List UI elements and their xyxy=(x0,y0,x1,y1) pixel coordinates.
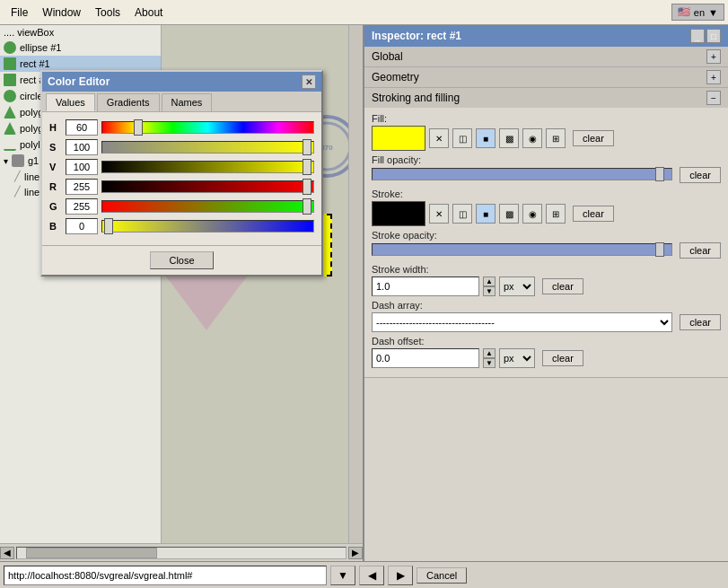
tab-gradients[interactable]: Gradients xyxy=(97,93,160,111)
stroke-width-clear-btn[interactable]: clear xyxy=(542,278,583,294)
stroke-none-btn[interactable]: ✕ xyxy=(429,204,449,224)
stroke-width-up-btn[interactable]: ▲ xyxy=(483,276,496,286)
s-value[interactable]: 100 xyxy=(66,139,98,155)
cancel-btn[interactable]: Cancel xyxy=(417,567,467,584)
b-value[interactable]: 0 xyxy=(66,218,98,234)
stroke-linear-btn[interactable]: ◫ xyxy=(452,204,472,224)
tree-label: g1 xyxy=(28,155,39,166)
g-label: G xyxy=(49,201,62,212)
fill-opacity-clear-btn[interactable]: clear xyxy=(680,167,721,183)
inspector-minimize-btn[interactable]: _ xyxy=(690,29,705,43)
s-slider-row: S 100 xyxy=(49,139,314,155)
s-slider[interactable] xyxy=(101,141,314,154)
inspector-title: Inspector: rect #1 xyxy=(372,30,461,42)
scrollbar-thumb-h[interactable] xyxy=(26,548,157,558)
h-slider-row: H 60 xyxy=(49,119,314,136)
dash-offset-up-btn[interactable]: ▲ xyxy=(483,348,496,358)
stroke-width-unit-select[interactable]: px pt mm xyxy=(499,276,535,296)
stroke-width-label: Stroke width: xyxy=(372,264,721,275)
fill-opacity-label: Fill opacity: xyxy=(372,154,721,165)
dash-offset-input[interactable] xyxy=(372,348,479,368)
geometry-expand-btn[interactable]: + xyxy=(706,70,721,84)
dash-offset-down-btn[interactable]: ▼ xyxy=(483,358,496,368)
fill-solid-btn[interactable]: ■ xyxy=(476,128,496,148)
dash-offset-spinner: ▲ ▼ xyxy=(483,348,496,368)
global-section-header[interactable]: Global + xyxy=(364,47,728,66)
dash-array-select[interactable]: ------------------------------------ xyxy=(372,312,672,332)
color-editor-title: Color Editor xyxy=(48,75,110,88)
h-slider[interactable] xyxy=(101,121,314,134)
stroke-radial-btn[interactable]: ◉ xyxy=(522,204,542,224)
b-slider[interactable] xyxy=(101,220,314,233)
nav-back-btn[interactable]: ◀ xyxy=(359,566,384,585)
global-expand-btn[interactable]: + xyxy=(706,49,721,64)
menu-about[interactable]: About xyxy=(127,3,170,22)
main-area: Color Editor ✕ Values Gradients Names H … xyxy=(0,25,728,561)
inspector-maximize-btn[interactable]: □ xyxy=(706,29,721,43)
url-dropdown-btn[interactable]: ▼ xyxy=(330,566,355,585)
stroke-pattern-btn[interactable]: ▩ xyxy=(499,204,519,224)
dash-offset-row: ▲ ▼ px clear xyxy=(372,348,721,368)
horizontal-scrollbar[interactable]: ◀ ▶ xyxy=(0,543,363,561)
geometry-section-header[interactable]: Geometry + xyxy=(364,67,728,87)
stroke-opacity-slider[interactable] xyxy=(372,243,672,256)
fill-radial-btn[interactable]: ◉ xyxy=(522,128,542,148)
stroke-width-input[interactable] xyxy=(372,276,479,296)
stroke-mesh-btn[interactable]: ⊞ xyxy=(546,204,566,224)
nav-forward-btn[interactable]: ▶ xyxy=(388,566,413,585)
stroke-opacity-clear-btn[interactable]: clear xyxy=(680,242,721,259)
r-slider[interactable] xyxy=(101,180,314,193)
h-value[interactable]: 60 xyxy=(66,119,98,136)
stroke-solid-btn[interactable]: ■ xyxy=(476,204,496,224)
fill-mesh-btn[interactable]: ⊞ xyxy=(546,128,566,148)
v-slider[interactable] xyxy=(101,161,314,173)
scrollbar-track-h[interactable] xyxy=(16,547,346,559)
stroke-clear-btn[interactable]: clear xyxy=(573,206,614,222)
v-value[interactable]: 100 xyxy=(66,159,98,175)
language-selector[interactable]: 🇺🇸 en ▼ xyxy=(671,4,724,21)
tab-names[interactable]: Names xyxy=(162,93,213,111)
menu-file[interactable]: File xyxy=(4,3,35,22)
fill-pattern-btn[interactable]: ▩ xyxy=(499,128,519,148)
fill-label: Fill: xyxy=(372,113,721,124)
lang-dropdown-icon: ▼ xyxy=(708,7,718,18)
fill-clear-btn[interactable]: clear xyxy=(573,130,614,146)
scroll-left-btn[interactable]: ◀ xyxy=(0,547,14,559)
fill-opacity-slider[interactable] xyxy=(372,168,672,180)
url-input[interactable] xyxy=(4,566,327,585)
fill-none-btn[interactable]: ✕ xyxy=(429,128,449,148)
r-value[interactable]: 255 xyxy=(66,179,98,195)
scroll-right-btn[interactable]: ▶ xyxy=(348,547,363,559)
g-slider-row: G 255 xyxy=(49,198,314,215)
stroking-section-header[interactable]: Stroking and filling − xyxy=(364,88,728,108)
color-editor-tabs: Values Gradients Names xyxy=(42,92,321,112)
fill-color-swatch[interactable] xyxy=(372,126,425,151)
stroke-width-spinner: ▲ ▼ xyxy=(483,276,496,296)
menu-window[interactable]: Window xyxy=(35,3,88,22)
dash-offset-clear-btn[interactable]: clear xyxy=(542,350,583,366)
fill-opacity-row: clear xyxy=(372,167,721,183)
vertical-scrollbar[interactable] xyxy=(348,25,363,543)
tree-item-viewbox[interactable]: .... viewBox xyxy=(0,25,161,39)
stroke-label: Stroke: xyxy=(372,189,721,199)
ellipse-icon xyxy=(4,41,16,54)
tree-label: .... viewBox xyxy=(4,27,54,38)
g-slider[interactable] xyxy=(101,200,314,213)
stroke-width-down-btn[interactable]: ▼ xyxy=(483,286,496,296)
fill-row: ✕ ◫ ■ ▩ ◉ ⊞ clear xyxy=(372,126,721,151)
stroke-color-swatch[interactable] xyxy=(372,201,425,226)
tree-item-ellipse1[interactable]: ellipse #1 xyxy=(0,39,161,56)
menu-tools[interactable]: Tools xyxy=(88,3,127,22)
fill-linear-btn[interactable]: ◫ xyxy=(452,128,472,148)
polyline-icon xyxy=(4,138,16,151)
stroking-collapse-btn[interactable]: − xyxy=(706,91,721,105)
expand-icon: ▾ xyxy=(4,156,8,166)
dash-offset-unit-select[interactable]: px xyxy=(499,348,535,368)
dash-array-clear-btn[interactable]: clear xyxy=(680,314,721,330)
tab-values[interactable]: Values xyxy=(46,93,95,111)
color-editor-close-footer-btn[interactable]: Close xyxy=(150,251,213,269)
color-editor-close-btn[interactable]: ✕ xyxy=(302,75,316,89)
g-value[interactable]: 255 xyxy=(66,198,98,215)
global-section-label: Global xyxy=(372,50,403,63)
color-editor-footer: Close xyxy=(42,245,321,275)
